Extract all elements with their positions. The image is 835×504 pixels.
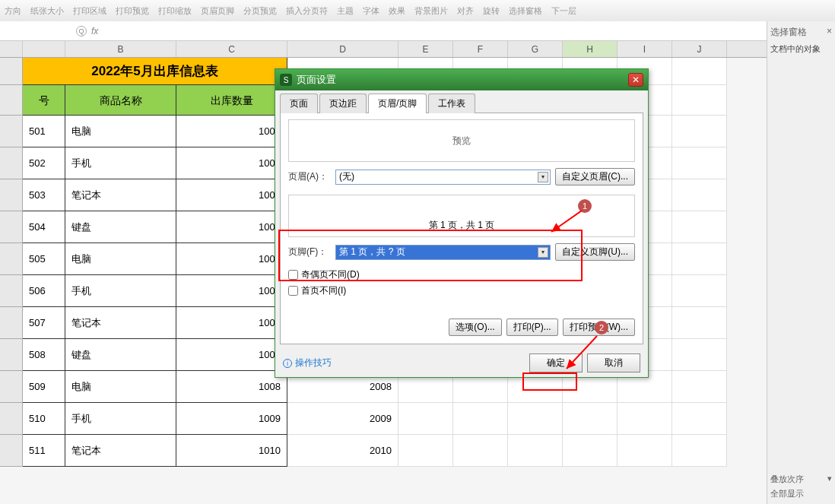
colhdr-J[interactable]: J <box>672 41 727 57</box>
print-preview-button[interactable]: 打印预览(W)... <box>563 319 635 336</box>
sidepanel-close-icon[interactable]: × <box>827 26 832 39</box>
tb-nextlayer[interactable]: 下一层 <box>551 5 576 17</box>
tab-header-footer[interactable]: 页眉/页脚 <box>368 94 427 113</box>
rowhdr[interactable] <box>0 275 23 307</box>
cell-qty[interactable]: 1002 <box>176 179 287 211</box>
odd-even-checkbox[interactable] <box>288 270 298 280</box>
rowhdr[interactable] <box>0 435 23 467</box>
cell-qty[interactable]: 1003 <box>176 211 287 243</box>
rowhdr[interactable] <box>0 403 23 435</box>
rowhdr[interactable] <box>0 116 23 147</box>
tb-direction[interactable]: 方向 <box>5 5 21 17</box>
cell-qty[interactable]: 1001 <box>176 147 287 179</box>
tips-link[interactable]: i操作技巧 <box>283 357 332 369</box>
options-button[interactable]: 选项(O)... <box>449 319 501 336</box>
rowhdr[interactable] <box>0 211 23 243</box>
tab-margin[interactable]: 页边距 <box>319 94 367 113</box>
cell-extra[interactable]: 2009 <box>287 403 398 435</box>
tb-align[interactable]: 对齐 <box>457 5 474 17</box>
tab-worksheet[interactable]: 工作表 <box>428 94 475 113</box>
cell-id[interactable]: 507 <box>23 307 65 339</box>
cell-qty[interactable]: 1007 <box>176 339 287 371</box>
tb-selectionpane[interactable]: 选择窗格 <box>509 5 542 17</box>
tb-papersize[interactable]: 纸张大小 <box>30 5 64 17</box>
tab-page[interactable]: 页面 <box>280 94 318 113</box>
table-row[interactable]: 510 手机 1009 2009 <box>0 403 835 435</box>
cell-name[interactable]: 电脑 <box>65 371 176 403</box>
cell-name[interactable]: 键盘 <box>65 339 176 371</box>
colhdr-E[interactable]: E <box>398 41 453 57</box>
colhdr-I[interactable]: I <box>618 41 672 57</box>
rowhdr[interactable] <box>0 371 23 403</box>
hdr-qty[interactable]: 出库数量 <box>176 85 287 116</box>
rowhdr[interactable] <box>0 339 23 371</box>
print-button[interactable]: 打印(P)... <box>506 319 558 336</box>
ok-button[interactable]: 确定 <box>529 353 583 372</box>
cell-id[interactable]: 508 <box>23 339 65 371</box>
fx-label[interactable]: fx <box>91 26 98 36</box>
header-select[interactable]: (无)▾ <box>335 170 551 185</box>
hdr-id[interactable]: 号 <box>23 85 65 116</box>
colhdr-C[interactable]: C <box>176 41 287 57</box>
select-all-corner[interactable] <box>0 41 23 57</box>
cell-name[interactable]: 笔记本 <box>65 179 176 211</box>
cell-qty[interactable]: 1000 <box>176 116 287 147</box>
colhdr-A[interactable] <box>23 41 65 57</box>
colhdr-B[interactable]: B <box>65 41 176 57</box>
cell-name[interactable]: 电脑 <box>65 116 176 147</box>
tb-insertpagebreak[interactable]: 插入分页符 <box>286 5 328 17</box>
first-page-checkbox[interactable] <box>288 286 298 296</box>
cell-qty[interactable]: 1010 <box>176 435 287 467</box>
cell-qty[interactable]: 1004 <box>176 243 287 275</box>
cell-extra[interactable]: 2010 <box>287 435 398 467</box>
tb-font[interactable]: 字体 <box>363 5 379 17</box>
tb-headerfooter[interactable]: 页眉页脚 <box>201 5 234 17</box>
show-all-label[interactable]: 全部显示 <box>770 488 804 499</box>
cell-qty[interactable]: 1006 <box>176 307 287 339</box>
cell-id[interactable]: 504 <box>23 211 65 243</box>
tb-printpreview[interactable]: 打印预览 <box>116 5 149 17</box>
cancel-formula-icon[interactable]: Q <box>76 26 87 36</box>
table-row[interactable]: 511 笔记本 1010 2010 <box>0 435 835 467</box>
cell-name[interactable]: 电脑 <box>65 243 176 275</box>
cell-name[interactable]: 键盘 <box>65 211 176 243</box>
cancel-button[interactable]: 取消 <box>587 353 640 372</box>
cell-qty[interactable]: 1008 <box>176 371 287 403</box>
tb-printarea[interactable]: 打印区域 <box>73 5 106 17</box>
chevron-down-icon[interactable]: ▾ <box>538 247 548 258</box>
dialog-titlebar[interactable]: S 页面设置 ✕ <box>275 69 648 90</box>
tb-pagebreakpreview[interactable]: 分页预览 <box>243 5 277 17</box>
cell-id[interactable]: 503 <box>23 179 65 211</box>
close-icon[interactable]: ✕ <box>628 73 643 87</box>
chevron-down-icon[interactable]: ▾ <box>827 474 832 485</box>
cell-qty[interactable]: 1005 <box>176 275 287 307</box>
cell-id[interactable]: 502 <box>23 147 65 179</box>
cell-id[interactable]: 509 <box>23 371 65 403</box>
rowhdr[interactable] <box>0 243 23 275</box>
tb-printscale[interactable]: 打印缩放 <box>158 5 192 17</box>
rowhdr[interactable] <box>0 179 23 211</box>
chevron-down-icon[interactable]: ▾ <box>538 172 548 182</box>
cell-name[interactable]: 笔记本 <box>65 435 176 467</box>
cell-id[interactable]: 506 <box>23 275 65 307</box>
colhdr-D[interactable]: D <box>287 41 398 57</box>
colhdr-G[interactable]: G <box>508 41 563 57</box>
rowhdr[interactable] <box>0 307 23 339</box>
colhdr-F[interactable]: F <box>453 41 508 57</box>
tb-theme[interactable]: 主题 <box>337 5 354 17</box>
hdr-name[interactable]: 商品名称 <box>65 85 176 116</box>
custom-header-button[interactable]: 自定义页眉(C)... <box>555 168 635 185</box>
colhdr-H[interactable]: H <box>563 41 618 57</box>
custom-footer-button[interactable]: 自定义页脚(U)... <box>555 243 635 261</box>
cell-name[interactable]: 手机 <box>65 275 176 307</box>
footer-select[interactable]: 第 1 页，共 ? 页▾ <box>335 245 551 260</box>
cell-id[interactable]: 505 <box>23 243 65 275</box>
cell-name[interactable]: 手机 <box>65 403 176 435</box>
cell-id[interactable]: 511 <box>23 435 65 467</box>
rowhdr[interactable] <box>0 147 23 179</box>
rowhdr-2[interactable] <box>0 85 23 116</box>
tb-rotate[interactable]: 旋转 <box>483 5 500 17</box>
cell-qty[interactable]: 1009 <box>176 403 287 435</box>
cell-id[interactable]: 501 <box>23 116 65 147</box>
cell-name[interactable]: 笔记本 <box>65 307 176 339</box>
